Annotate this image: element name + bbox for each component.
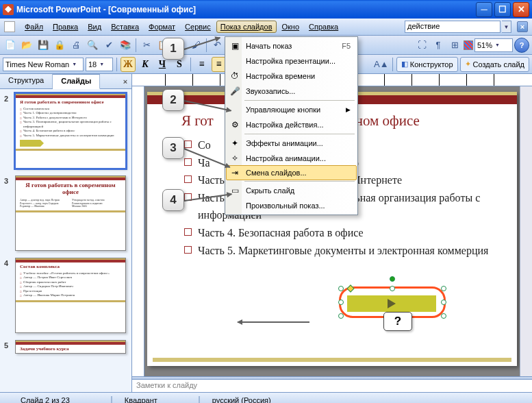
font-size-up-icon[interactable]: A▲ [374,57,389,72]
help-search-dropdown[interactable]: ▼ [502,21,511,33]
menu-animation-schemes[interactable]: ✦Эффекты анимации... [227,136,356,151]
callout-arrow [238,321,309,323]
thumbnail-slide-5[interactable]: Задачи учебного курса [15,340,126,354]
adjust-handle[interactable] [346,284,354,292]
menu-start-show[interactable]: ▣Начать показF5 [227,38,356,53]
new-icon[interactable]: 📄 [3,38,18,53]
panel-close-button[interactable]: × [119,74,131,88]
permission-icon[interactable]: 🔒 [52,38,67,53]
cut-icon[interactable]: ✂ [139,38,154,53]
notes-pane[interactable]: Заметки к слайду [132,380,532,392]
vertical-ruler[interactable] [132,86,144,376]
resize-handle[interactable] [338,300,344,305]
menu-format[interactable]: Формат [144,21,179,33]
menu-help[interactable]: Справка [305,21,342,33]
research-icon[interactable]: 📚 [118,38,133,53]
minimize-button[interactable]: ─ [476,2,492,17]
window-title: Microsoft PowerPoint - [Современный офис… [16,5,476,14]
menu-edit[interactable]: Правка [49,21,82,33]
save-icon[interactable]: 💾 [36,38,51,53]
thumbnails-list[interactable]: 2 Я готов работать в современном офисе С… [0,89,131,392]
gear-icon: ⚙ [229,119,240,130]
font-size-combo[interactable]: 18▼ [86,58,113,71]
callout-question: ? [383,312,412,331]
rotate-handle[interactable] [390,276,395,282]
align-left-icon[interactable]: ≡ [194,57,210,72]
show-formatting-icon[interactable]: ¶ [431,38,446,53]
menu-custom-shows[interactable]: Произвольный показ... [227,198,356,213]
bold-button[interactable]: Ж [121,57,136,72]
resize-handle[interactable] [441,286,446,291]
zoom-combo[interactable]: 51%▼ [474,38,513,52]
thumb-number: 3 [4,175,12,251]
maximize-button[interactable]: ☐ [494,2,511,17]
print-icon[interactable]: 🖨 [68,38,84,53]
clock-icon: ⏱ [229,71,240,82]
mdi-close-button[interactable]: × [517,21,528,32]
menu-custom-animation[interactable]: ✧Настройка анимации... [227,151,356,166]
resize-handle[interactable] [338,313,344,319]
slideshow-menu: ▣Начать показF5 Настройка презентации...… [225,36,358,215]
font-name-combo[interactable]: Times New Roman▼ [3,58,84,71]
open-icon[interactable]: 📂 [19,38,34,53]
arrow-shape[interactable] [347,295,436,312]
expand-icon[interactable]: ⛶ [414,38,429,53]
menu-view[interactable]: Вид [84,21,105,33]
close-button[interactable]: ✕ [513,2,529,17]
preview-icon[interactable]: 🔍 [85,38,100,53]
tab-slides[interactable]: Слайды [53,74,100,89]
transition-icon: ⇥ [229,167,240,178]
slide-decor-bottom [153,358,511,362]
menu-file[interactable]: Файл [21,21,47,33]
status-layout: Квадрант [111,396,171,404]
document-icon[interactable] [4,21,15,32]
italic-button[interactable]: К [138,57,153,72]
help-icon[interactable]: ? [514,38,529,53]
designer-button[interactable]: ◧Конструктор [396,57,458,72]
grid-icon[interactable]: ⊞ [447,38,462,53]
menu-window[interactable]: Окно [278,21,304,33]
status-language[interactable]: русский (Россия) [199,396,285,404]
new-slide-button[interactable]: ✦Создать слайд [460,57,529,72]
menu-tools[interactable]: Сервис [181,21,215,33]
resize-handle[interactable] [338,286,344,291]
app-icon [3,4,14,15]
callout-4: 4 [162,189,184,211]
thumbnail-slide-2[interactable]: Я готов работать в современном офисе Сос… [15,93,126,169]
menu-setup-show[interactable]: Настройка презентации... [227,53,356,69]
callout-1: 1 [162,38,184,60]
help-search-input[interactable]: действие [405,21,501,33]
menu-slideshow[interactable]: Показ слайдов [216,21,277,33]
thumbnail-slide-4[interactable]: Состав комплекса Учебное пособие «Я гото… [15,258,126,333]
thumb-number: 5 [4,340,12,354]
star-icon: ✦ [229,138,240,149]
menu-hide-slide[interactable]: ▭Скрыть слайд [227,183,356,198]
resize-handle[interactable] [390,286,395,291]
tab-outline[interactable]: Структура [0,74,53,88]
mic-icon: 🎤 [229,86,240,97]
thumbnail-slide-3[interactable]: Я готов работать в современном офисе Авт… [15,175,126,251]
menu-insert[interactable]: Вставка [107,21,143,33]
spellcheck-icon[interactable]: ✔ [101,38,116,53]
menu-rehearse[interactable]: ⏱Настройка времени [227,69,356,84]
menubar: Файл Правка Вид Вставка Формат Сервис По… [0,19,532,36]
vertical-scrollbar[interactable] [520,86,532,376]
callout-3: 3 [162,137,184,159]
menu-record[interactable]: 🎤Звукозапись... [227,84,356,99]
statusbar: Слайд 2 из 23 Квадрант русский (Россия) [0,392,532,403]
thumb-number: 4 [4,258,12,333]
play-icon: ▣ [229,40,240,51]
status-slide: Слайд 2 из 23 [7,396,84,404]
anim-icon: ✧ [229,153,240,164]
resize-handle[interactable] [441,313,446,319]
thumb-number: 2 [4,93,12,169]
titlebar: Microsoft PowerPoint - [Современный офис… [0,0,532,19]
callout-2: 2 [162,89,184,111]
resize-handle[interactable] [441,300,446,305]
color-grayscale-icon[interactable] [464,40,473,50]
menu-action-buttons[interactable]: Управляющие кнопки▶ [227,102,356,117]
slides-panel: Структура Слайды × 2 Я готов работать в … [0,74,132,392]
menu-action-settings[interactable]: ⚙Настройка действия... [227,117,356,132]
menu-slide-transition[interactable]: ⇥Смена слайдов... [226,165,357,180]
